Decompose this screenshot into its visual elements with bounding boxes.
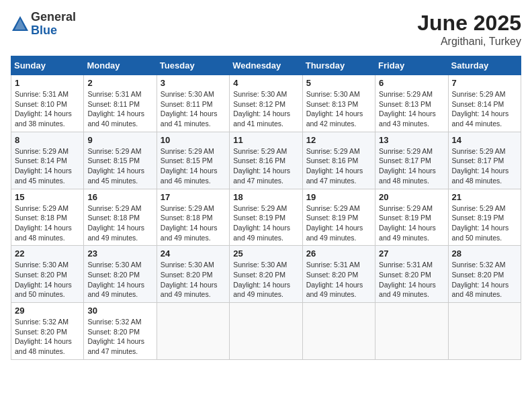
day-info: Sunrise: 5:32 AM Sunset: 8:20 PM Dayligh… <box>87 317 152 357</box>
weekday-header: Monday <box>84 56 157 75</box>
day-info: Sunrise: 5:29 AM Sunset: 8:19 PM Dayligh… <box>233 203 298 243</box>
day-info: Sunrise: 5:29 AM Sunset: 8:17 PM Dayligh… <box>452 146 517 186</box>
day-number: 10 <box>161 135 226 145</box>
day-info: Sunrise: 5:29 AM Sunset: 8:15 PM Dayligh… <box>87 146 152 186</box>
day-info: Sunrise: 5:29 AM Sunset: 8:14 PM Dayligh… <box>15 146 80 186</box>
calendar-week-row: 22 Sunrise: 5:30 AM Sunset: 8:20 PM Dayl… <box>11 246 521 303</box>
day-info: Sunrise: 5:30 AM Sunset: 8:20 PM Dayligh… <box>161 260 226 300</box>
day-number: 6 <box>379 78 444 88</box>
calendar-day-cell: 1 Sunrise: 5:31 AM Sunset: 8:10 PM Dayli… <box>11 75 84 132</box>
day-number: 23 <box>87 248 152 259</box>
calendar-day-cell: 30 Sunrise: 5:32 AM Sunset: 8:20 PM Dayl… <box>84 303 157 360</box>
calendar-day-cell: 4 Sunrise: 5:30 AM Sunset: 8:12 PM Dayli… <box>230 75 302 132</box>
calendar-day-cell: 10 Sunrise: 5:29 AM Sunset: 8:15 PM Dayl… <box>157 132 229 189</box>
day-info: Sunrise: 5:29 AM Sunset: 8:15 PM Dayligh… <box>161 146 226 186</box>
day-number: 19 <box>306 192 371 202</box>
day-number: 29 <box>15 306 80 316</box>
calendar-day-cell: 17 Sunrise: 5:29 AM Sunset: 8:18 PM Dayl… <box>157 189 229 246</box>
title-block: June 2025 Argithani, Turkey <box>417 11 521 48</box>
calendar-day-cell: 19 Sunrise: 5:29 AM Sunset: 8:19 PM Dayl… <box>302 189 375 246</box>
day-number: 26 <box>306 248 371 259</box>
calendar-week-row: 29 Sunrise: 5:32 AM Sunset: 8:20 PM Dayl… <box>11 303 521 360</box>
day-number: 13 <box>379 135 444 145</box>
day-info: Sunrise: 5:30 AM Sunset: 8:20 PM Dayligh… <box>233 260 298 300</box>
calendar-day-cell: 20 Sunrise: 5:29 AM Sunset: 8:19 PM Dayl… <box>375 189 448 246</box>
day-number: 4 <box>233 78 298 88</box>
calendar-day-cell <box>157 303 229 360</box>
calendar-day-cell: 24 Sunrise: 5:30 AM Sunset: 8:20 PM Dayl… <box>157 246 229 303</box>
day-number: 7 <box>452 78 517 88</box>
calendar-day-cell: 6 Sunrise: 5:29 AM Sunset: 8:13 PM Dayli… <box>375 75 448 132</box>
day-info: Sunrise: 5:29 AM Sunset: 8:18 PM Dayligh… <box>87 203 152 243</box>
day-info: Sunrise: 5:29 AM Sunset: 8:16 PM Dayligh… <box>233 146 298 186</box>
calendar-day-cell: 23 Sunrise: 5:30 AM Sunset: 8:20 PM Dayl… <box>84 246 157 303</box>
day-number: 21 <box>452 192 517 202</box>
day-number: 20 <box>379 192 444 202</box>
calendar-week-row: 8 Sunrise: 5:29 AM Sunset: 8:14 PM Dayli… <box>11 132 521 189</box>
day-info: Sunrise: 5:30 AM Sunset: 8:20 PM Dayligh… <box>87 260 152 300</box>
day-info: Sunrise: 5:31 AM Sunset: 8:20 PM Dayligh… <box>306 260 371 300</box>
page-header: General Blue June 2025 Argithani, Turkey <box>11 11 521 48</box>
calendar-day-cell: 8 Sunrise: 5:29 AM Sunset: 8:14 PM Dayli… <box>11 132 84 189</box>
day-number: 1 <box>15 78 80 88</box>
calendar-week-row: 15 Sunrise: 5:29 AM Sunset: 8:18 PM Dayl… <box>11 189 521 246</box>
calendar-day-cell: 13 Sunrise: 5:29 AM Sunset: 8:17 PM Dayl… <box>375 132 448 189</box>
day-number: 17 <box>161 192 226 202</box>
calendar-day-cell: 21 Sunrise: 5:29 AM Sunset: 8:19 PM Dayl… <box>448 189 521 246</box>
logo: General Blue <box>11 11 76 38</box>
day-number: 22 <box>15 248 80 259</box>
day-info: Sunrise: 5:29 AM Sunset: 8:18 PM Dayligh… <box>161 203 226 243</box>
day-number: 28 <box>452 248 517 259</box>
weekday-header: Tuesday <box>157 56 229 75</box>
day-info: Sunrise: 5:29 AM Sunset: 8:19 PM Dayligh… <box>452 203 517 243</box>
day-info: Sunrise: 5:31 AM Sunset: 8:11 PM Dayligh… <box>87 89 152 129</box>
day-number: 5 <box>306 78 371 88</box>
calendar-day-cell: 16 Sunrise: 5:29 AM Sunset: 8:18 PM Dayl… <box>84 189 157 246</box>
calendar-day-cell: 12 Sunrise: 5:29 AM Sunset: 8:16 PM Dayl… <box>302 132 375 189</box>
day-info: Sunrise: 5:30 AM Sunset: 8:20 PM Dayligh… <box>15 260 80 300</box>
day-number: 9 <box>87 135 152 145</box>
calendar-day-cell: 15 Sunrise: 5:29 AM Sunset: 8:18 PM Dayl… <box>11 189 84 246</box>
calendar-day-cell: 18 Sunrise: 5:29 AM Sunset: 8:19 PM Dayl… <box>230 189 302 246</box>
calendar-day-cell: 28 Sunrise: 5:32 AM Sunset: 8:20 PM Dayl… <box>448 246 521 303</box>
day-number: 16 <box>87 192 152 202</box>
day-info: Sunrise: 5:29 AM Sunset: 8:16 PM Dayligh… <box>306 146 371 186</box>
calendar-day-cell: 7 Sunrise: 5:29 AM Sunset: 8:14 PM Dayli… <box>448 75 521 132</box>
day-info: Sunrise: 5:32 AM Sunset: 8:20 PM Dayligh… <box>15 317 80 357</box>
weekday-header: Friday <box>375 56 448 75</box>
calendar-day-cell: 9 Sunrise: 5:29 AM Sunset: 8:15 PM Dayli… <box>84 132 157 189</box>
calendar-day-cell: 5 Sunrise: 5:30 AM Sunset: 8:13 PM Dayli… <box>302 75 375 132</box>
day-info: Sunrise: 5:32 AM Sunset: 8:20 PM Dayligh… <box>452 260 517 300</box>
day-number: 2 <box>87 78 152 88</box>
calendar-day-cell <box>375 303 448 360</box>
calendar-day-cell <box>302 303 375 360</box>
day-info: Sunrise: 5:30 AM Sunset: 8:13 PM Dayligh… <box>306 89 371 129</box>
day-number: 25 <box>233 248 298 259</box>
day-number: 12 <box>306 135 371 145</box>
calendar-day-cell: 2 Sunrise: 5:31 AM Sunset: 8:11 PM Dayli… <box>84 75 157 132</box>
calendar-table: SundayMondayTuesdayWednesdayThursdayFrid… <box>11 56 521 360</box>
day-info: Sunrise: 5:29 AM Sunset: 8:19 PM Dayligh… <box>306 203 371 243</box>
day-number: 11 <box>233 135 298 145</box>
calendar-day-cell: 26 Sunrise: 5:31 AM Sunset: 8:20 PM Dayl… <box>302 246 375 303</box>
day-info: Sunrise: 5:29 AM Sunset: 8:17 PM Dayligh… <box>379 146 444 186</box>
day-number: 27 <box>379 248 444 259</box>
day-info: Sunrise: 5:30 AM Sunset: 8:11 PM Dayligh… <box>161 89 226 129</box>
day-number: 24 <box>161 248 226 259</box>
calendar-header-row: SundayMondayTuesdayWednesdayThursdayFrid… <box>11 56 521 75</box>
calendar-day-cell <box>230 303 302 360</box>
day-info: Sunrise: 5:29 AM Sunset: 8:14 PM Dayligh… <box>452 89 517 129</box>
day-info: Sunrise: 5:31 AM Sunset: 8:10 PM Dayligh… <box>15 89 80 129</box>
logo-general-text: General <box>31 11 76 24</box>
day-info: Sunrise: 5:31 AM Sunset: 8:20 PM Dayligh… <box>379 260 444 300</box>
day-number: 15 <box>15 192 80 202</box>
day-number: 18 <box>233 192 298 202</box>
calendar-day-cell: 3 Sunrise: 5:30 AM Sunset: 8:11 PM Dayli… <box>157 75 229 132</box>
calendar-day-cell: 29 Sunrise: 5:32 AM Sunset: 8:20 PM Dayl… <box>11 303 84 360</box>
day-number: 8 <box>15 135 80 145</box>
weekday-header: Saturday <box>448 56 521 75</box>
day-number: 30 <box>87 306 152 316</box>
calendar-day-cell: 25 Sunrise: 5:30 AM Sunset: 8:20 PM Dayl… <box>230 246 302 303</box>
day-number: 14 <box>452 135 517 145</box>
calendar-day-cell: 22 Sunrise: 5:30 AM Sunset: 8:20 PM Dayl… <box>11 246 84 303</box>
